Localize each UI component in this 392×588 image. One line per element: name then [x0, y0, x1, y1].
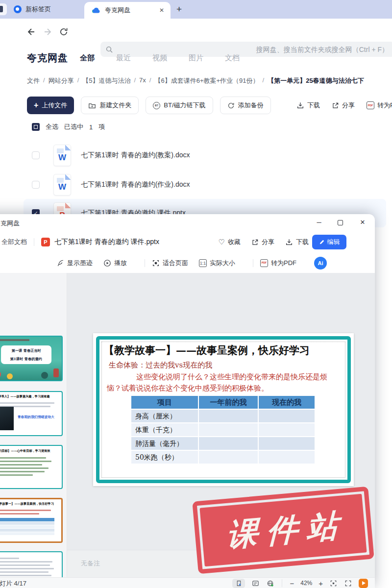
table-header: 现在的我 — [259, 396, 315, 409]
app-icon-partial — [0, 3, 7, 15]
table-row-label: 50米跑（秒） — [131, 451, 198, 464]
slide-title: 【教学故事一】——故事呈案例，快乐好学习 — [104, 343, 310, 357]
download-button[interactable]: 下载 — [296, 101, 320, 110]
pencil-icon — [319, 239, 325, 245]
table-header: 项目 — [131, 396, 198, 409]
convert-pdf-label: 转为PDF — [377, 101, 392, 110]
crumb[interactable]: 【6】成套课件6+教案+作业（91份） — [154, 76, 259, 85]
edit-label: 编辑 — [327, 238, 340, 246]
reload-button[interactable] — [59, 27, 69, 37]
crumb[interactable]: 7x — [139, 76, 146, 85]
forward-button[interactable] — [43, 27, 53, 37]
upload-button[interactable]: + 上传文件 — [27, 97, 74, 114]
tab-close-icon[interactable]: ✕ — [158, 7, 166, 14]
search-input[interactable] — [113, 46, 389, 53]
close-button[interactable]: ✕ — [358, 219, 367, 226]
fit-page-button[interactable]: 适合页面 — [152, 259, 188, 268]
selection-bar: 全选 已选中 1 项 — [32, 122, 105, 131]
file-row[interactable]: W 七下第1课时 青春的邀约(作业).docx — [24, 171, 386, 199]
crumb[interactable]: 文件 — [27, 76, 40, 85]
fit-page-icon — [152, 259, 160, 267]
divider — [282, 579, 282, 587]
page-title: 夸克网盘 — [27, 51, 68, 65]
zoom-out-button[interactable]: − — [290, 580, 294, 587]
file-row[interactable]: W 七下第1课时 青春的邀约(教案).docx — [24, 141, 386, 170]
divider — [34, 238, 34, 246]
viewer-window-title: 夸克网盘 — [0, 219, 20, 228]
tab-video[interactable]: 视频 — [152, 53, 167, 63]
tab-image[interactable]: 图片 — [189, 53, 203, 63]
share-button[interactable]: 分享 — [332, 101, 355, 110]
favorite-label: 收藏 — [228, 238, 241, 246]
tab-recent[interactable]: 最近 — [116, 53, 131, 63]
convert-pdf-button[interactable]: PDF 转为PDF — [367, 101, 392, 110]
download-label: 下载 — [307, 101, 320, 110]
language-globe-button[interactable] — [266, 579, 274, 588]
upload-label: 上传文件 — [42, 101, 67, 110]
thumb-title: 【教学故事一】——故事呈案例，快乐好学习 — [0, 502, 59, 506]
zoom-in-button[interactable]: + — [318, 580, 323, 587]
slide-thumbnail-1[interactable]: 第一课 青春正当时 第1课时 青春的邀约 — [0, 336, 63, 381]
plus-icon: + — [34, 101, 38, 110]
library-link[interactable]: 全部文档 — [1, 238, 27, 246]
fit-page-label: 适合页面 — [163, 259, 188, 268]
viewer-share-button[interactable]: 分享 — [251, 238, 274, 246]
browser-tab-active[interactable]: 夸克网盘 ✕ — [84, 2, 171, 19]
file-checkbox[interactable] — [32, 151, 40, 159]
list-actions: 下载 分享 PDF 转为PDF — [296, 97, 392, 114]
new-folder-button[interactable]: 新建文件夹 — [81, 97, 139, 114]
slide-thumbnail-5[interactable] — [0, 551, 63, 577]
play-label: 播放 — [114, 259, 127, 268]
back-button[interactable] — [26, 27, 36, 37]
tab-doc[interactable]: 文档 — [225, 53, 240, 63]
slide-thumbnail-2[interactable]: 【故事导入】——故事激兴趣，学习更有趣 青春期的我们情绪波动大 — [0, 391, 63, 436]
edit-button[interactable]: 编辑 — [312, 235, 346, 249]
minimize-button[interactable]: ─ — [315, 219, 323, 226]
ai-assistant-button[interactable]: Ai — [314, 257, 327, 270]
presentation-play-button[interactable] — [359, 579, 368, 588]
show-ink-button[interactable]: 显示墨迹 — [56, 259, 93, 268]
viewer-download-button[interactable]: 下载 — [285, 238, 309, 246]
focus-mode-button[interactable] — [329, 579, 338, 588]
backup-sync-icon — [227, 102, 235, 109]
crumb[interactable]: 【5】道德与法治 — [82, 76, 130, 85]
fullscreen-button[interactable] — [344, 579, 352, 588]
select-all-checkbox[interactable] — [32, 123, 40, 131]
slide-thumbnail-4-selected[interactable]: 【教学故事一】——故事呈案例，快乐好学习 — [0, 498, 63, 543]
notes-toggle-button[interactable] — [251, 579, 260, 588]
file-checkbox[interactable] — [32, 181, 40, 189]
add-backup-button[interactable]: 添加备份 — [220, 97, 271, 114]
selected-label: 已选中 — [64, 122, 83, 131]
viewer-toolbar: 显示墨迹 播放 适合页面 1:1 实际大小 PDF 转为PDF Ai — [0, 253, 375, 273]
table-cell — [199, 423, 258, 436]
download-label: 下载 — [296, 238, 309, 246]
thumbnails-toggle-button[interactable] — [232, 579, 245, 588]
crumb[interactable]: 网站分享 — [49, 76, 74, 85]
play-button[interactable]: 播放 — [103, 259, 127, 268]
slide-thumbnail-3[interactable]: 【学习目标】——心中有目标，学习更有效 — [0, 445, 63, 489]
bt-download-button[interactable]: BT BT/磁力链下载 — [146, 97, 213, 114]
slide-paragraph: 这些变化说明了什么？这些生理的变化带来的是快乐还是烦恼？试着说说你在这个变化中感… — [107, 371, 339, 394]
play-circle-icon — [103, 259, 111, 267]
viewer-file-name: 七下第1课时 青春的邀约 课件.pptx — [54, 238, 159, 246]
thumb-table — [0, 518, 54, 535]
file-name[interactable]: 七下第1课时 青春的邀约(教案).docx — [81, 151, 190, 160]
tab-all[interactable]: 全部 — [80, 53, 95, 63]
stamp-text: 课件站 — [220, 503, 347, 557]
table-cell — [259, 423, 315, 436]
maximize-button[interactable] — [338, 220, 343, 225]
table-cell — [199, 437, 258, 450]
thumb-title: 【故事导入】——故事激兴趣，学习更有趣 — [0, 394, 60, 399]
new-tab-button[interactable]: + — [176, 4, 182, 15]
word-file-icon: W — [53, 174, 71, 196]
viewer-convert-pdf-button[interactable]: PDF 转为PDF — [260, 259, 296, 268]
favorite-button[interactable]: ♡ 收藏 — [219, 238, 241, 246]
file-name[interactable]: 七下第1课时 青春的邀约(作业).docx — [81, 180, 190, 189]
actual-size-button[interactable]: 1:1 实际大小 — [199, 259, 235, 268]
table-row-label: 身高（厘米） — [131, 410, 198, 422]
cover-title-line1: 第一课 青春正当时 — [11, 348, 41, 353]
crumb-sep: / — [149, 76, 151, 85]
browser-tab-new[interactable]: 新标签页 — [14, 0, 82, 19]
pdf-icon: PDF — [260, 259, 268, 267]
slide-thumbnail-panel[interactable]: 第一课 青春正当时 第1课时 青春的邀约 【故事导入】——故事激兴趣，学习更有趣… — [0, 273, 67, 577]
